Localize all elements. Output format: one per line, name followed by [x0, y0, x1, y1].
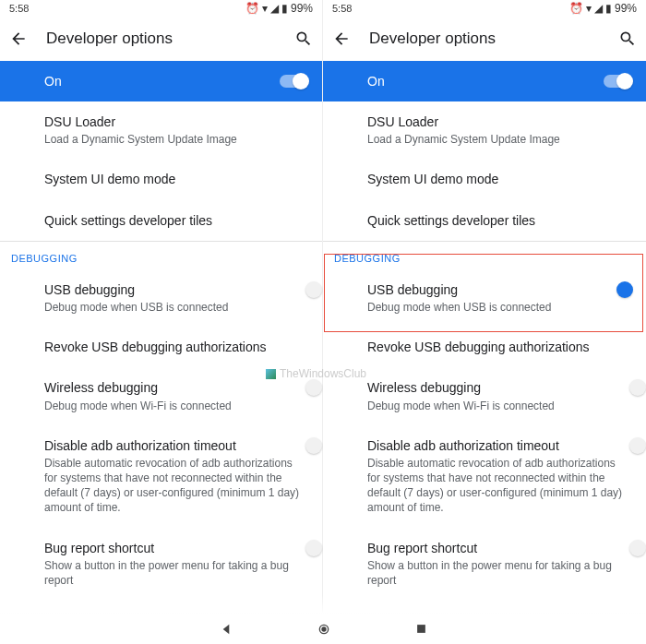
svg-rect-2 — [417, 625, 425, 633]
battery-icon: ▮ — [605, 2, 612, 15]
square-recent-icon — [414, 622, 428, 636]
page-title: Developer options — [46, 30, 276, 48]
navigation-bar — [0, 613, 646, 644]
battery-percent: 99% — [291, 2, 313, 15]
setting-revoke-usb[interactable]: Revoke USB debugging authorizations — [323, 327, 646, 367]
signal-icon: ◢ — [270, 2, 279, 15]
back-button[interactable] — [9, 30, 28, 48]
setting-usb-debugging[interactable]: USB debuggingDebug mode when USB is conn… — [0, 269, 322, 327]
nav-back-button[interactable] — [219, 622, 233, 637]
app-bar: Developer options — [0, 17, 322, 61]
setting-wireless-debugging[interactable]: Wireless debuggingDebug mode when Wi-Fi … — [323, 367, 646, 424]
nav-recent-button[interactable] — [414, 622, 428, 636]
setting-dsu-loader[interactable]: DSU LoaderLoad a Dynamic System Update I… — [323, 101, 646, 159]
right-pane: 5:58 ⏰ ▾ ◢ ▮ 99% Developer options On DS… — [323, 0, 646, 644]
setting-bug-report[interactable]: Bug report shortcutShow a button in the … — [0, 528, 322, 601]
setting-bug-report[interactable]: Bug report shortcutShow a button in the … — [323, 528, 646, 601]
master-switch[interactable] — [280, 75, 307, 88]
circle-home-icon — [317, 622, 331, 637]
wifi-icon: ▾ — [262, 2, 268, 15]
arrow-back-icon — [332, 30, 351, 48]
status-bar: 5:58 ⏰ ▾ ◢ ▮ 99% — [323, 0, 646, 17]
signal-icon: ◢ — [594, 2, 603, 15]
battery-percent: 99% — [615, 2, 637, 15]
setting-quick-tiles[interactable]: Quick settings developer tiles — [0, 200, 322, 241]
search-button[interactable] — [618, 30, 637, 48]
master-toggle-row[interactable]: On — [0, 61, 322, 101]
master-toggle-label: On — [44, 74, 280, 89]
back-button[interactable] — [332, 30, 351, 48]
setting-quick-tiles[interactable]: Quick settings developer tiles — [323, 200, 646, 241]
triangle-back-icon — [219, 622, 233, 637]
left-pane: 5:58 ⏰ ▾ ◢ ▮ 99% Developer options On DS… — [0, 0, 323, 644]
alarm-icon: ⏰ — [569, 2, 583, 15]
nav-home-button[interactable] — [317, 622, 331, 637]
search-button[interactable] — [294, 30, 313, 48]
setting-usb-debugging[interactable]: USB debuggingDebug mode when USB is conn… — [323, 269, 646, 327]
status-time: 5:58 — [332, 3, 569, 14]
setting-revoke-usb[interactable]: Revoke USB debugging authorizations — [0, 327, 322, 367]
master-toggle-row[interactable]: On — [323, 61, 646, 101]
search-icon — [294, 30, 313, 48]
master-switch[interactable] — [604, 75, 631, 88]
section-debugging: DEBUGGING — [323, 242, 646, 269]
app-bar: Developer options — [323, 17, 646, 61]
status-time: 5:58 — [9, 3, 245, 14]
master-toggle-label: On — [367, 74, 604, 89]
setting-adb-timeout[interactable]: Disable adb authorization timeoutDisable… — [323, 425, 646, 528]
page-title: Developer options — [369, 30, 600, 48]
wifi-icon: ▾ — [586, 2, 592, 15]
status-bar: 5:58 ⏰ ▾ ◢ ▮ 99% — [0, 0, 322, 17]
section-debugging: DEBUGGING — [0, 242, 322, 269]
setting-wireless-debugging[interactable]: Wireless debuggingDebug mode when Wi-Fi … — [0, 367, 322, 424]
setting-demo-mode[interactable]: System UI demo mode — [323, 159, 646, 199]
setting-dsu-loader[interactable]: DSU LoaderLoad a Dynamic System Update I… — [0, 101, 322, 159]
search-icon — [618, 30, 637, 48]
alarm-icon: ⏰ — [245, 2, 259, 15]
battery-icon: ▮ — [281, 2, 288, 15]
svg-point-1 — [321, 626, 326, 631]
status-icons: ⏰ ▾ ◢ ▮ 99% — [245, 2, 313, 15]
status-icons: ⏰ ▾ ◢ ▮ 99% — [569, 2, 637, 15]
setting-adb-timeout[interactable]: Disable adb authorization timeoutDisable… — [0, 425, 322, 528]
arrow-back-icon — [9, 30, 28, 48]
setting-demo-mode[interactable]: System UI demo mode — [0, 159, 322, 199]
